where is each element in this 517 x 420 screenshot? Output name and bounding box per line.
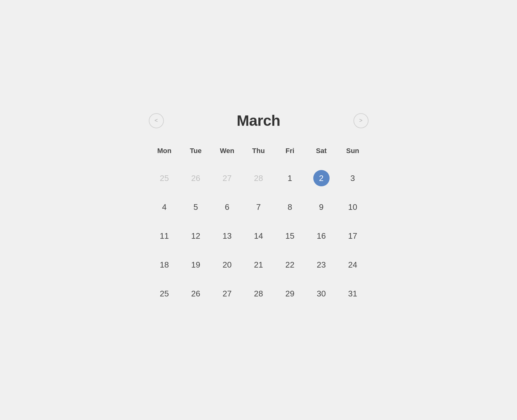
day-cell-26-w4[interactable]: 26 [180, 279, 212, 308]
day-cell-outside-26-w0: 26 [180, 164, 212, 193]
day-number: 25 [156, 285, 173, 302]
day-number: 4 [156, 199, 173, 215]
day-number: 5 [188, 199, 204, 215]
day-cell-3-w0[interactable]: 3 [337, 164, 369, 193]
day-number: 27 [219, 170, 235, 186]
day-number: 15 [282, 228, 298, 244]
day-cell-23-w3[interactable]: 23 [306, 250, 337, 279]
day-cell-11-w2[interactable]: 11 [149, 221, 180, 250]
day-number: 21 [250, 257, 267, 273]
day-cell-24-w3[interactable]: 24 [337, 250, 369, 279]
day-cell-10-w1[interactable]: 10 [337, 193, 369, 221]
day-cell-14-w2[interactable]: 14 [243, 221, 274, 250]
day-number: 20 [219, 257, 235, 273]
day-cell-27-w4[interactable]: 27 [212, 279, 243, 308]
day-number: 18 [156, 257, 173, 273]
day-number: 28 [250, 285, 267, 302]
day-number: 26 [188, 170, 204, 186]
day-header-mon: Mon [149, 142, 180, 164]
day-cell-outside-28-w0: 28 [243, 164, 274, 193]
day-number: 9 [313, 199, 330, 215]
day-cell-outside-25-w0: 25 [149, 164, 180, 193]
day-cell-outside-27-w0: 27 [212, 164, 243, 193]
day-cell-16-w2[interactable]: 16 [306, 221, 337, 250]
day-cell-17-w2[interactable]: 17 [337, 221, 369, 250]
day-cell-30-w4[interactable]: 30 [306, 279, 337, 308]
day-number: 19 [188, 257, 204, 273]
day-cell-28-w4[interactable]: 28 [243, 279, 274, 308]
day-cell-15-w2[interactable]: 15 [274, 221, 306, 250]
day-cell-13-w2[interactable]: 13 [212, 221, 243, 250]
day-number: 8 [282, 199, 298, 215]
calendar-header: < March > [149, 112, 369, 129]
day-cell-25-w4[interactable]: 25 [149, 279, 180, 308]
day-cell-8-w1[interactable]: 8 [274, 193, 306, 221]
day-cell-5-w1[interactable]: 5 [180, 193, 212, 221]
day-cell-21-w3[interactable]: 21 [243, 250, 274, 279]
day-cell-1-w0[interactable]: 1 [274, 164, 306, 193]
day-number: 2 [313, 170, 330, 186]
day-number: 29 [282, 285, 298, 302]
day-number: 13 [219, 228, 235, 244]
calendar: < March > MonTueWenThuFriSatSun252627281… [130, 99, 387, 321]
day-cell-2-w0[interactable]: 2 [306, 164, 337, 193]
day-number: 23 [313, 257, 330, 273]
day-cell-22-w3[interactable]: 22 [274, 250, 306, 279]
day-number: 30 [313, 285, 330, 302]
day-number: 17 [345, 228, 361, 244]
day-number: 28 [250, 170, 267, 186]
day-cell-19-w3[interactable]: 19 [180, 250, 212, 279]
day-cell-18-w3[interactable]: 18 [149, 250, 180, 279]
day-number: 24 [345, 257, 361, 273]
day-cell-6-w1[interactable]: 6 [212, 193, 243, 221]
day-number: 22 [282, 257, 298, 273]
calendar-grid: MonTueWenThuFriSatSun2526272812345678910… [149, 142, 369, 308]
day-number: 16 [313, 228, 330, 244]
day-number: 7 [250, 199, 267, 215]
day-cell-29-w4[interactable]: 29 [274, 279, 306, 308]
day-number: 12 [188, 228, 204, 244]
day-number: 26 [188, 285, 204, 302]
prev-month-button[interactable]: < [149, 113, 164, 128]
day-number: 27 [219, 285, 235, 302]
day-cell-9-w1[interactable]: 9 [306, 193, 337, 221]
day-number: 11 [156, 228, 173, 244]
day-header-thu: Thu [243, 142, 274, 164]
day-cell-31-w4[interactable]: 31 [337, 279, 369, 308]
day-number: 14 [250, 228, 267, 244]
next-month-button[interactable]: > [353, 113, 369, 128]
day-header-tue: Tue [180, 142, 212, 164]
day-number: 31 [345, 285, 361, 302]
day-cell-7-w1[interactable]: 7 [243, 193, 274, 221]
day-cell-4-w1[interactable]: 4 [149, 193, 180, 221]
day-header-wen: Wen [212, 142, 243, 164]
day-cell-20-w3[interactable]: 20 [212, 250, 243, 279]
day-number: 25 [156, 170, 173, 186]
day-header-sat: Sat [306, 142, 337, 164]
month-title: March [237, 112, 280, 129]
day-cell-12-w2[interactable]: 12 [180, 221, 212, 250]
day-number: 10 [345, 199, 361, 215]
day-header-fri: Fri [274, 142, 306, 164]
day-number: 3 [345, 170, 361, 186]
day-number: 6 [219, 199, 235, 215]
day-header-sun: Sun [337, 142, 369, 164]
day-number: 1 [282, 170, 298, 186]
